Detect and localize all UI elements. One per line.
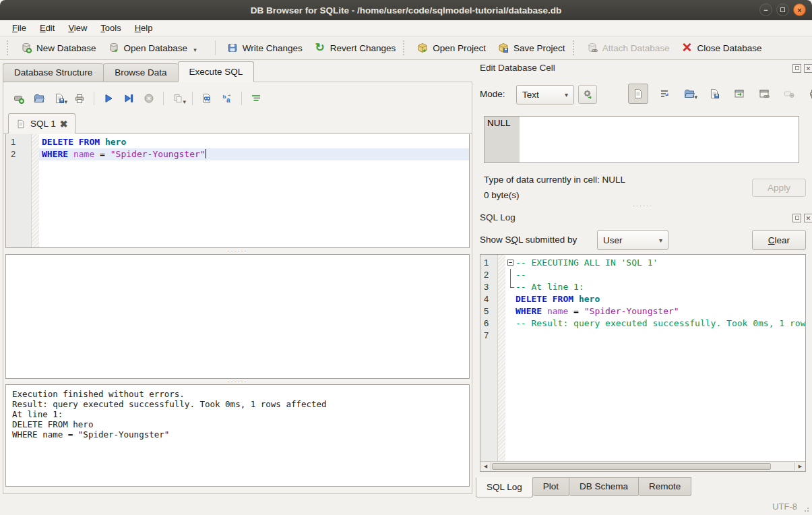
auto-apply-button[interactable] (578, 85, 597, 104)
sql-file-tab-label: SQL 1 (30, 119, 56, 129)
menu-view[interactable]: View (61, 21, 94, 35)
scroll-left-icon[interactable]: ◀ (480, 462, 491, 471)
tab-new-button[interactable] (11, 90, 27, 107)
resize-grip[interactable] (803, 506, 809, 512)
chevron-down-icon: ▾ (565, 91, 568, 98)
editor-line[interactable]: DELETE FROM hero (39, 136, 469, 148)
edit-cell-toolbar: ▾ (628, 84, 812, 104)
edit-cell-close-button[interactable]: ✕ (804, 64, 812, 73)
code-token: WHERE (516, 306, 547, 316)
open-sql-button[interactable] (31, 90, 47, 107)
execute-line-icon (123, 93, 134, 104)
toolbar-button-label: Close Database (697, 43, 761, 53)
find-button[interactable] (199, 90, 215, 107)
sql-log-dock-buttons: ✕ (792, 214, 812, 222)
sql-log-filter-combobox[interactable]: User ▾ (597, 230, 668, 250)
write-changes-button[interactable]: Write Changes (221, 40, 309, 56)
sql-log-filter-label: Show SQL submitted by (480, 235, 577, 245)
sql-log-close-button[interactable]: ✕ (804, 214, 812, 222)
execution-message-pane[interactable]: Execution finished without errors. Resul… (5, 384, 470, 487)
format-sql-button[interactable] (248, 90, 264, 107)
apply-button[interactable]: Apply (752, 179, 806, 197)
import-file-button[interactable]: ▾ (681, 85, 698, 102)
close-button[interactable]: × (793, 3, 806, 16)
window-controls: − × (759, 3, 806, 16)
line-number: 7 (480, 330, 497, 342)
tab-database-structure[interactable]: Database Structure (3, 63, 103, 82)
sql-tab-close-icon[interactable]: ✖ (60, 120, 68, 128)
sql-editor[interactable]: 12 DELETE FROM heroWHERE name = "Spider-… (5, 134, 470, 248)
stop-button[interactable] (141, 90, 157, 107)
docks-splitter[interactable]: ······ (480, 203, 806, 208)
find-replace-button[interactable]: ba (219, 90, 235, 107)
editor-results-splitter[interactable]: ······ (5, 248, 470, 253)
save-sql-button[interactable]: ▾ (51, 90, 67, 107)
edit-cell-float-button[interactable] (792, 64, 801, 73)
maximize-button[interactable] (776, 3, 789, 16)
new-database-button[interactable]: New Database (15, 40, 102, 56)
write-changes-icon (227, 42, 238, 53)
sql-file-tab[interactable]: SQL 1 ✖ (8, 113, 75, 133)
set-null-icon (784, 88, 794, 99)
sql-file-icon (15, 119, 26, 129)
dock-tab-remote[interactable]: Remote (639, 477, 691, 496)
maximize-icon (780, 7, 785, 12)
cell-type-label: Type of data currently in cell: NULL (484, 175, 625, 185)
print-button[interactable] (71, 90, 88, 107)
results-message-splitter[interactable]: ······ (5, 379, 470, 384)
save-project-icon (498, 42, 509, 53)
fold-collapse-icon[interactable] (507, 260, 513, 266)
log-line: -- (505, 269, 805, 281)
log-line-text: -- EXECUTING ALL IN 'SQL 1' (516, 257, 658, 269)
encoding-indicator: UTF-8 (772, 502, 797, 512)
log-horizontal-scrollbar[interactable]: ◀ ▶ (480, 461, 805, 471)
sql-log-pane[interactable]: 1234567 -- EXECUTING ALL IN 'SQL 1'---- … (480, 254, 806, 472)
tab-execute-sql[interactable]: Execute SQL (178, 61, 255, 82)
scroll-right-icon[interactable]: ▶ (795, 462, 805, 471)
log-line: WHERE name = "Spider-Youngster" (505, 305, 805, 317)
close-database-button[interactable]: ✕Close Database (675, 40, 768, 56)
open-project-button[interactable]: Open Project (411, 40, 492, 56)
line-number: 5 (480, 305, 497, 317)
word-wrap-button[interactable] (656, 85, 673, 102)
open-database-icon (108, 42, 119, 53)
execute-line-button[interactable] (121, 90, 137, 107)
menu-help[interactable]: Help (128, 21, 160, 35)
log-code-area[interactable]: -- EXECUTING ALL IN 'SQL 1'---- At line … (505, 255, 805, 461)
dock-tab-plot[interactable]: Plot (533, 477, 569, 496)
set-null-button[interactable] (780, 85, 798, 102)
mode-combobox[interactable]: Text ▾ (516, 85, 574, 104)
minimize-button[interactable]: − (759, 3, 772, 16)
link-cell-button[interactable] (755, 85, 773, 102)
cell-editor[interactable]: NULL (484, 116, 799, 163)
save-results-button[interactable]: ▾ (170, 90, 186, 107)
results-grid[interactable] (5, 254, 470, 379)
code-token: = (568, 306, 584, 316)
log-line-text: WHERE name = "Spider-Youngster" (516, 305, 679, 317)
menu-edit[interactable]: Edit (33, 21, 61, 35)
sql-log-float-button[interactable] (792, 214, 801, 222)
dock-tab-db-schema[interactable]: DB Schema (569, 477, 639, 496)
find-replace-icon: ba (222, 93, 232, 104)
apply-button-label: Apply (768, 183, 790, 193)
attach-database-button[interactable]: Attach Database (581, 40, 676, 56)
scrollbar-thumb[interactable] (492, 463, 771, 470)
text-mode-button[interactable] (628, 84, 648, 104)
export-cell-button[interactable] (730, 85, 748, 102)
toolbar-button-label: Open Project (433, 43, 486, 53)
menu-file[interactable]: File (5, 21, 33, 35)
editor-code-area[interactable]: DELETE FROM heroWHERE name = "Spider-You… (39, 134, 469, 247)
open-database-dropdown[interactable]: ▾ (193, 42, 199, 53)
print-cell-button[interactable] (805, 85, 812, 102)
revert-changes-button[interactable]: ↻Revert Changes (309, 40, 402, 56)
clear-button[interactable]: Clear (752, 230, 806, 250)
fold-line (510, 269, 511, 281)
save-project-button[interactable]: Save Project (492, 40, 571, 56)
execute-all-button[interactable] (100, 90, 117, 107)
tab-browse-data[interactable]: Browse Data (103, 63, 177, 82)
save-as-button[interactable] (706, 85, 723, 102)
dock-tab-sql-log[interactable]: SQL Log (476, 477, 533, 497)
menu-tools[interactable]: Tools (94, 21, 127, 35)
open-database-button[interactable]: Open Database (102, 40, 194, 56)
editor-line[interactable]: WHERE name = "Spider-Youngster" (39, 148, 469, 160)
